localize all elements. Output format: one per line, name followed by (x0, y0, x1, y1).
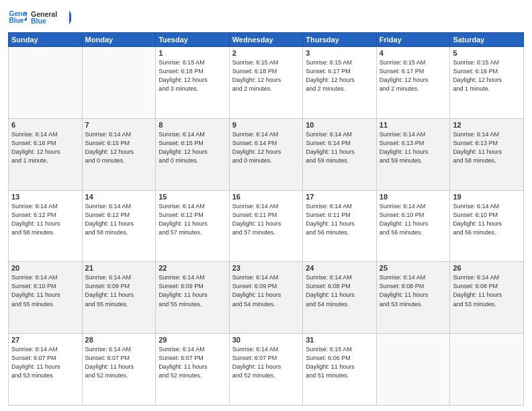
calendar-cell (9, 47, 83, 119)
day-number: 28 (85, 336, 153, 344)
day-number: 25 (380, 264, 447, 272)
day-number: 20 (11, 264, 79, 272)
day-number: 14 (85, 193, 153, 201)
day-number: 23 (232, 264, 300, 272)
day-info: Sunrise: 6:14 AM Sunset: 6:07 PM Dayligh… (232, 345, 300, 380)
calendar-cell: 10Sunrise: 6:14 AM Sunset: 6:14 PM Dayli… (303, 118, 377, 190)
day-number: 21 (85, 264, 153, 272)
day-number: 4 (380, 49, 447, 57)
calendar-cell: 12Sunrise: 6:14 AM Sunset: 6:13 PM Dayli… (450, 118, 524, 190)
day-info: Sunrise: 6:14 AM Sunset: 6:09 PM Dayligh… (232, 273, 300, 308)
calendar-table: SundayMondayTuesdayWednesdayThursdayFrid… (8, 32, 524, 406)
day-info: Sunrise: 6:14 AM Sunset: 6:12 PM Dayligh… (85, 202, 153, 237)
day-info: Sunrise: 6:15 AM Sunset: 6:17 PM Dayligh… (306, 58, 373, 93)
calendar-cell: 13Sunrise: 6:14 AM Sunset: 6:12 PM Dayli… (9, 190, 83, 262)
calendar-week-row: 1Sunrise: 6:15 AM Sunset: 6:18 PM Daylig… (9, 47, 524, 119)
day-number: 24 (306, 264, 373, 272)
day-number: 2 (232, 49, 300, 57)
day-number: 27 (11, 336, 79, 344)
calendar-cell: 23Sunrise: 6:14 AM Sunset: 6:09 PM Dayli… (229, 262, 303, 334)
calendar-week-row: 13Sunrise: 6:14 AM Sunset: 6:12 PM Dayli… (9, 190, 524, 262)
calendar-cell: 15Sunrise: 6:14 AM Sunset: 6:12 PM Dayli… (156, 190, 230, 262)
day-info: Sunrise: 6:14 AM Sunset: 6:10 PM Dayligh… (453, 202, 521, 237)
calendar-cell: 17Sunrise: 6:14 AM Sunset: 6:11 PM Dayli… (303, 190, 377, 262)
logo: General Blue General Blue (8, 7, 71, 28)
day-number: 7 (85, 121, 153, 129)
day-number: 6 (11, 121, 79, 129)
calendar-cell: 18Sunrise: 6:14 AM Sunset: 6:10 PM Dayli… (376, 190, 450, 262)
day-info: Sunrise: 6:14 AM Sunset: 6:08 PM Dayligh… (453, 273, 521, 308)
svg-text:Blue: Blue (31, 17, 46, 25)
page-header: General Blue General Blue (8, 7, 524, 28)
day-info: Sunrise: 6:14 AM Sunset: 6:12 PM Dayligh… (159, 202, 226, 237)
calendar-day-header: Friday (376, 33, 450, 47)
day-number: 1 (159, 49, 226, 57)
calendar-cell: 29Sunrise: 6:14 AM Sunset: 6:07 PM Dayli… (156, 334, 230, 406)
day-info: Sunrise: 6:14 AM Sunset: 6:14 PM Dayligh… (306, 130, 373, 165)
day-info: Sunrise: 6:14 AM Sunset: 6:07 PM Dayligh… (11, 345, 79, 380)
day-info: Sunrise: 6:14 AM Sunset: 6:13 PM Dayligh… (380, 130, 447, 165)
calendar-day-header: Thursday (303, 33, 377, 47)
day-info: Sunrise: 6:14 AM Sunset: 6:11 PM Dayligh… (306, 202, 373, 237)
calendar-week-row: 27Sunrise: 6:14 AM Sunset: 6:07 PM Dayli… (9, 334, 524, 406)
day-number: 15 (159, 193, 226, 201)
calendar-cell: 25Sunrise: 6:14 AM Sunset: 6:08 PM Dayli… (376, 262, 450, 334)
day-number: 10 (306, 121, 373, 129)
day-info: Sunrise: 6:14 AM Sunset: 6:09 PM Dayligh… (159, 273, 226, 308)
calendar-cell: 14Sunrise: 6:14 AM Sunset: 6:12 PM Dayli… (82, 190, 156, 262)
day-number: 3 (306, 49, 373, 57)
day-number: 26 (453, 264, 521, 272)
calendar-day-header: Monday (82, 33, 156, 47)
logo-icon: General Blue (8, 8, 27, 27)
day-info: Sunrise: 6:14 AM Sunset: 6:14 PM Dayligh… (232, 130, 300, 165)
calendar-cell: 24Sunrise: 6:14 AM Sunset: 6:08 PM Dayli… (303, 262, 377, 334)
calendar-cell: 9Sunrise: 6:14 AM Sunset: 6:14 PM Daylig… (229, 118, 303, 190)
day-info: Sunrise: 6:14 AM Sunset: 6:13 PM Dayligh… (453, 130, 521, 165)
day-number: 19 (453, 193, 521, 201)
calendar-week-row: 6Sunrise: 6:14 AM Sunset: 6:16 PM Daylig… (9, 118, 524, 190)
calendar-cell: 7Sunrise: 6:14 AM Sunset: 6:15 PM Daylig… (82, 118, 156, 190)
calendar-day-header: Tuesday (156, 33, 230, 47)
day-info: Sunrise: 6:14 AM Sunset: 6:08 PM Dayligh… (380, 273, 447, 308)
calendar-cell: 8Sunrise: 6:14 AM Sunset: 6:15 PM Daylig… (156, 118, 230, 190)
day-number: 31 (306, 336, 373, 344)
day-info: Sunrise: 6:15 AM Sunset: 6:16 PM Dayligh… (453, 58, 521, 93)
day-number: 9 (232, 121, 300, 129)
day-number: 30 (232, 336, 300, 344)
svg-text:Blue: Blue (9, 17, 24, 24)
day-number: 16 (232, 193, 300, 201)
calendar-cell (376, 334, 450, 406)
calendar-cell: 3Sunrise: 6:15 AM Sunset: 6:17 PM Daylig… (303, 47, 377, 119)
calendar-cell: 2Sunrise: 6:15 AM Sunset: 6:18 PM Daylig… (229, 47, 303, 119)
day-info: Sunrise: 6:14 AM Sunset: 6:10 PM Dayligh… (11, 273, 79, 308)
day-number: 17 (306, 193, 373, 201)
day-info: Sunrise: 6:14 AM Sunset: 6:12 PM Dayligh… (11, 202, 79, 237)
calendar-cell: 30Sunrise: 6:14 AM Sunset: 6:07 PM Dayli… (229, 334, 303, 406)
day-number: 22 (159, 264, 226, 272)
calendar-cell: 31Sunrise: 6:15 AM Sunset: 6:06 PM Dayli… (303, 334, 377, 406)
calendar-cell (82, 47, 156, 119)
calendar-cell: 6Sunrise: 6:14 AM Sunset: 6:16 PM Daylig… (9, 118, 83, 190)
day-info: Sunrise: 6:15 AM Sunset: 6:18 PM Dayligh… (159, 58, 226, 93)
day-number: 5 (453, 49, 521, 57)
calendar-cell: 11Sunrise: 6:14 AM Sunset: 6:13 PM Dayli… (376, 118, 450, 190)
calendar-cell: 4Sunrise: 6:15 AM Sunset: 6:17 PM Daylig… (376, 47, 450, 119)
day-info: Sunrise: 6:15 AM Sunset: 6:17 PM Dayligh… (380, 58, 447, 93)
day-number: 12 (453, 121, 521, 129)
day-info: Sunrise: 6:14 AM Sunset: 6:15 PM Dayligh… (85, 130, 153, 165)
svg-marker-5 (69, 11, 71, 25)
calendar-cell (450, 334, 524, 406)
calendar-cell: 28Sunrise: 6:14 AM Sunset: 6:07 PM Dayli… (82, 334, 156, 406)
day-info: Sunrise: 6:14 AM Sunset: 6:11 PM Dayligh… (232, 202, 300, 237)
logo-svg: General Blue (31, 7, 71, 28)
calendar-day-header: Saturday (450, 33, 524, 47)
day-info: Sunrise: 6:14 AM Sunset: 6:08 PM Dayligh… (306, 273, 373, 308)
calendar-cell: 16Sunrise: 6:14 AM Sunset: 6:11 PM Dayli… (229, 190, 303, 262)
calendar-header-row: SundayMondayTuesdayWednesdayThursdayFrid… (9, 33, 524, 47)
day-info: Sunrise: 6:15 AM Sunset: 6:18 PM Dayligh… (232, 58, 300, 93)
day-info: Sunrise: 6:14 AM Sunset: 6:16 PM Dayligh… (11, 130, 79, 165)
day-number: 18 (380, 193, 447, 201)
day-number: 11 (380, 121, 447, 129)
day-info: Sunrise: 6:15 AM Sunset: 6:06 PM Dayligh… (306, 345, 373, 380)
calendar-cell: 26Sunrise: 6:14 AM Sunset: 6:08 PM Dayli… (450, 262, 524, 334)
